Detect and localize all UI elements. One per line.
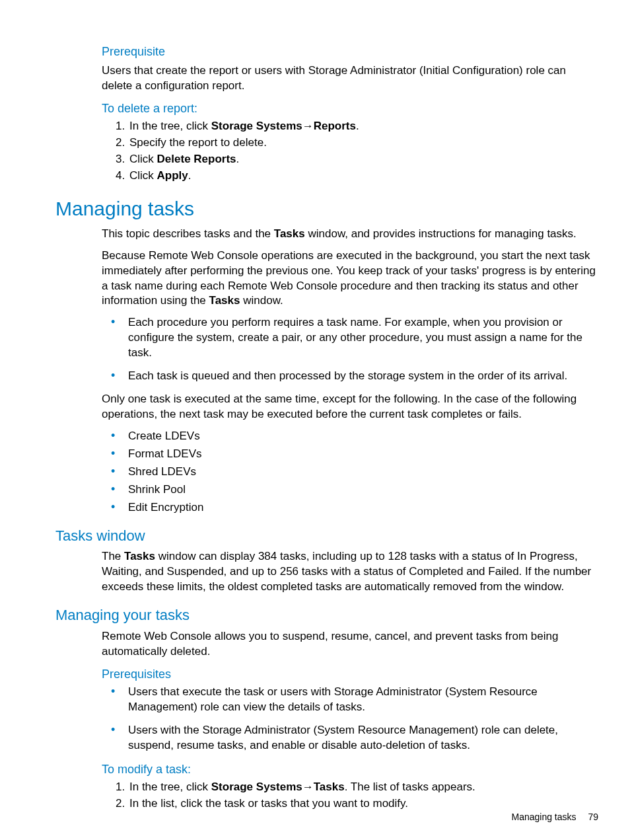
bold-text: Tasks — [274, 227, 305, 240]
list-item: Shred LDEVs — [128, 465, 598, 480]
list-item: Format LDEVs — [128, 447, 598, 462]
text: . — [356, 120, 359, 132]
text: This topic describes tasks and the — [102, 227, 274, 240]
text: window can display 384 tasks, including … — [102, 550, 591, 593]
list-item: Users that execute the task or users wit… — [128, 685, 598, 715]
heading-to-modify-task: To modify a task: — [102, 761, 598, 777]
heading-prerequisites: Prerequisites — [102, 666, 598, 682]
arrow-icon: → — [302, 120, 314, 132]
text: window. — [240, 294, 283, 307]
text: The — [102, 550, 124, 562]
bold-text: Reports — [314, 120, 356, 132]
paragraph: Only one task is executed at the same ti… — [102, 392, 598, 422]
steps-delete-report: In the tree, click Storage Systems→Repor… — [102, 119, 598, 184]
step-item: In the tree, click Storage Systems→Tasks… — [128, 780, 598, 795]
bold-text: Apply — [157, 169, 188, 182]
text: . The list of tasks appears. — [345, 781, 475, 793]
text: . — [236, 153, 240, 165]
list-item: Each task is queued and then processed b… — [128, 369, 598, 384]
heading-managing-tasks: Managing tasks — [55, 196, 598, 223]
paragraph: The Tasks window can display 384 tasks, … — [102, 549, 598, 595]
bold-text: Tasks — [314, 781, 345, 793]
text: Because Remote Web Console operations ar… — [102, 249, 596, 307]
text: window, and provides instructions for ma… — [305, 227, 577, 240]
text: Click — [129, 169, 157, 182]
step-item: Specify the report to delete. — [128, 135, 598, 151]
arrow-icon: → — [302, 781, 314, 793]
page-container: Prerequisite Users that create the repor… — [0, 0, 630, 840]
list-item: Users with the Storage Administrator (Sy… — [128, 723, 598, 753]
step-item: Click Apply. — [128, 169, 598, 184]
step-item: In the tree, click Storage Systems→Repor… — [128, 119, 598, 134]
heading-managing-your-tasks: Managing your tasks — [55, 605, 598, 625]
paragraph: Remote Web Console allows you to suspend… — [102, 629, 598, 660]
bold-text: Tasks — [124, 550, 155, 562]
step-item: Click Delete Reports. — [128, 152, 598, 167]
list-item: Shrink Pool — [128, 482, 598, 498]
steps-modify-task: In the tree, click Storage Systems→Tasks… — [102, 780, 598, 812]
heading-prerequisite: Prerequisite — [102, 44, 598, 59]
list-item: Each procedure you perform requires a ta… — [128, 315, 598, 361]
page-number: 79 — [588, 812, 598, 822]
list-item: Create LDEVs — [128, 429, 598, 444]
bullet-list: Each procedure you perform requires a ta… — [102, 315, 598, 384]
footer-section-label: Managing tasks — [511, 812, 576, 822]
bold-text: Storage Systems — [211, 120, 302, 132]
heading-to-delete-report: To delete a report: — [102, 100, 598, 116]
bullet-list-operations: Create LDEVs Format LDEVs Shred LDEVs Sh… — [102, 429, 598, 515]
text: . — [188, 169, 192, 182]
bold-text: Delete Reports — [157, 153, 236, 165]
paragraph: Because Remote Web Console operations ar… — [102, 248, 598, 309]
list-item: Edit Encryption — [128, 500, 598, 515]
bullet-list-prerequisites: Users that execute the task or users wit… — [102, 685, 598, 753]
text: In the tree, click — [129, 120, 211, 132]
paragraph: This topic describes tasks and the Tasks… — [102, 227, 598, 242]
paragraph-prerequisite: Users that create the report or users wi… — [102, 63, 598, 94]
page-footer: Managing tasks 79 — [511, 811, 598, 823]
text: In the tree, click — [129, 781, 211, 793]
bold-text: Tasks — [209, 294, 240, 307]
text: Click — [129, 153, 157, 165]
heading-tasks-window: Tasks window — [55, 526, 598, 546]
bold-text: Storage Systems — [211, 781, 302, 793]
step-item: In the list, click the task or tasks tha… — [128, 796, 598, 812]
